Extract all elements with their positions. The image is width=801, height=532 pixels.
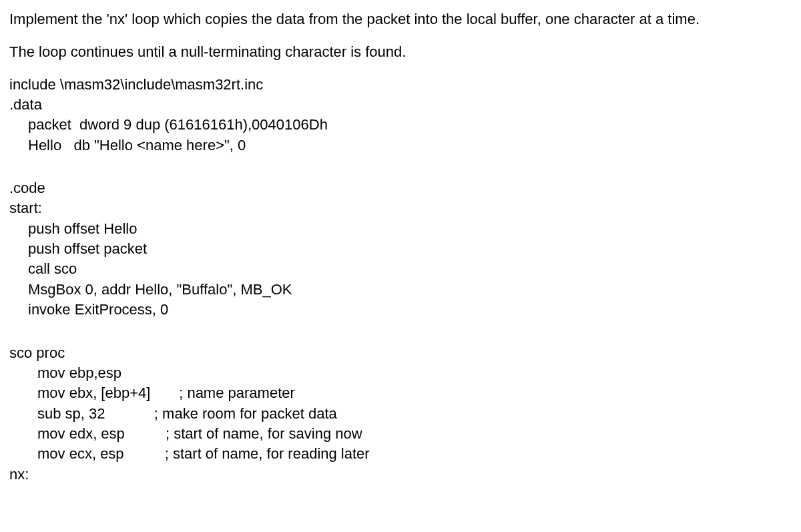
instruction-line-1: Implement the 'nx' loop which copies the… [9,9,792,30]
code-call-sco: call sco [9,259,792,279]
code-push-hello: push offset Hello [9,219,792,239]
code-nx-label: nx: [9,465,792,485]
code-start-label: start: [9,198,792,218]
code-mov-ecx: mov ecx, esp ; start of name, for readin… [9,444,792,464]
code-msgbox: MsgBox 0, addr Hello, "Buffalo", MB_OK [9,280,792,300]
code-mov-ebx: mov ebx, [ebp+4] ; name parameter [9,383,792,403]
code-data-label: .data [9,95,792,115]
code-push-packet: push offset packet [9,239,792,259]
code-mov-ebp: mov ebp,esp [9,363,792,383]
code-packet: packet dword 9 dup (61616161h),0040106Dh [9,115,792,135]
code-code-label: .code [9,178,792,198]
instruction-line-2: The loop continues until a null-terminat… [9,42,792,63]
code-include: include \masm32\include\masm32rt.inc [9,75,792,95]
code-mov-edx: mov edx, esp ; start of name, for saving… [9,424,792,444]
code-hello: Hello db "Hello <name here>", 0 [9,136,792,156]
code-exit: invoke ExitProcess, 0 [9,300,792,320]
code-sub-sp: sub sp, 32 ; make room for packet data [9,404,792,424]
code-sco-proc: sco proc [9,343,792,363]
